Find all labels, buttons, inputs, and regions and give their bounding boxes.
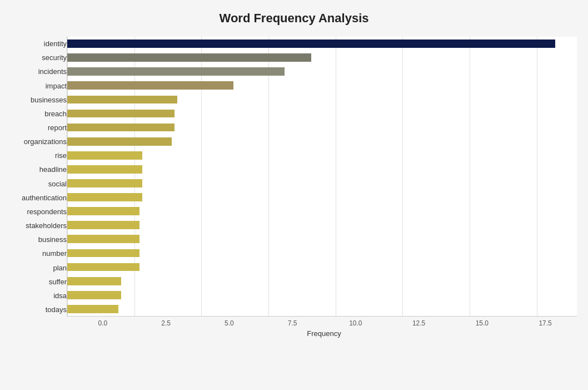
y-label-stakeholders: stakeholders bbox=[11, 219, 67, 233]
bar-row-impact bbox=[67, 78, 577, 92]
bar-row-breach bbox=[67, 106, 577, 120]
bar-row-business bbox=[67, 232, 577, 246]
bar-stakeholders bbox=[67, 221, 139, 229]
chart-title: Word Frequency Analysis bbox=[11, 11, 577, 26]
bar-idsa bbox=[67, 291, 121, 299]
bar-row-social bbox=[67, 176, 577, 190]
bar-todays bbox=[67, 305, 118, 313]
y-label-authentication: authentication bbox=[11, 191, 67, 205]
x-tick: 15.0 bbox=[451, 319, 514, 327]
bar-suffer bbox=[67, 277, 121, 285]
bar-business bbox=[67, 235, 139, 243]
bar-businesses bbox=[67, 96, 177, 104]
bar-security bbox=[67, 53, 311, 62]
x-tick: 2.5 bbox=[134, 319, 198, 327]
bars-area bbox=[67, 37, 577, 317]
x-axis-ticks: 0.02.55.07.510.012.515.017.5 bbox=[71, 319, 577, 327]
y-label-headline: headline bbox=[11, 162, 67, 176]
bar-plan bbox=[67, 263, 139, 271]
bar-authentication bbox=[67, 193, 142, 201]
y-label-respondents: respondents bbox=[11, 205, 67, 219]
bar-row-security bbox=[67, 51, 577, 65]
bar-row-report bbox=[67, 121, 577, 135]
y-axis-labels: identitysecurityincidentsimpactbusinesse… bbox=[11, 37, 67, 317]
y-label-idsa: idsa bbox=[11, 289, 67, 303]
bar-organizations bbox=[67, 137, 172, 146]
bar-breach bbox=[67, 110, 175, 118]
bar-row-businesses bbox=[67, 92, 577, 106]
bar-row-stakeholders bbox=[67, 218, 577, 232]
y-label-todays: todays bbox=[11, 303, 67, 317]
chart-inner: identitysecurityincidentsimpactbusinesse… bbox=[11, 37, 577, 317]
bar-incidents bbox=[67, 67, 285, 76]
y-label-number: number bbox=[11, 246, 67, 260]
y-label-social: social bbox=[11, 177, 67, 191]
bar-row-rise bbox=[67, 149, 577, 162]
bar-row-idsa bbox=[67, 288, 577, 302]
bar-row-todays bbox=[67, 302, 577, 316]
y-label-impact: impact bbox=[11, 78, 67, 92]
y-label-rise: rise bbox=[11, 149, 67, 162]
bar-identity bbox=[67, 40, 555, 48]
y-label-plan: plan bbox=[11, 261, 67, 275]
bar-row-organizations bbox=[67, 135, 577, 149]
bar-row-suffer bbox=[67, 274, 577, 288]
x-tick: 7.5 bbox=[261, 319, 324, 327]
bar-row-plan bbox=[67, 260, 577, 274]
y-label-identity: identity bbox=[11, 37, 67, 51]
y-label-businesses: businesses bbox=[11, 93, 67, 107]
bar-row-incidents bbox=[67, 65, 577, 78]
y-label-report: report bbox=[11, 121, 67, 135]
x-tick: 10.0 bbox=[324, 319, 387, 327]
y-label-breach: breach bbox=[11, 107, 67, 121]
bar-row-respondents bbox=[67, 204, 577, 218]
bar-number bbox=[67, 249, 139, 258]
bars-rows bbox=[67, 37, 577, 316]
chart-area: identitysecurityincidentsimpactbusinesse… bbox=[11, 37, 577, 338]
x-tick: 0.0 bbox=[71, 319, 134, 327]
bar-impact bbox=[67, 81, 233, 90]
bar-rise bbox=[67, 151, 142, 160]
bar-report bbox=[67, 124, 175, 132]
chart-container: Word Frequency Analysis identitysecurity… bbox=[0, 0, 588, 390]
bar-headline bbox=[67, 165, 142, 174]
bar-respondents bbox=[67, 207, 139, 215]
x-axis-label: Frequency bbox=[71, 329, 577, 338]
y-label-organizations: organizations bbox=[11, 135, 67, 149]
bar-social bbox=[67, 179, 142, 187]
x-tick: 17.5 bbox=[514, 319, 577, 327]
x-tick: 5.0 bbox=[198, 319, 261, 327]
bar-row-headline bbox=[67, 162, 577, 176]
y-label-incidents: incidents bbox=[11, 65, 67, 78]
y-label-suffer: suffer bbox=[11, 275, 67, 289]
bar-row-authentication bbox=[67, 190, 577, 204]
bar-row-number bbox=[67, 246, 577, 260]
x-tick: 12.5 bbox=[387, 319, 451, 327]
y-label-security: security bbox=[11, 51, 67, 65]
bar-row-identity bbox=[67, 37, 577, 51]
y-label-business: business bbox=[11, 233, 67, 246]
